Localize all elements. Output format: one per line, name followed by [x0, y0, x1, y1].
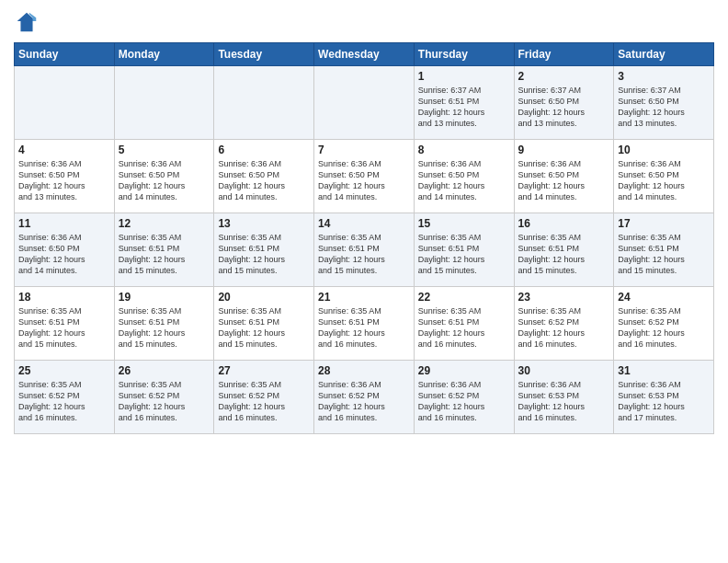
calendar-week-row: 1Sunrise: 6:37 AM Sunset: 6:51 PM Daylig…: [15, 66, 714, 140]
day-number: 9: [518, 144, 610, 156]
calendar-cell: 14Sunrise: 6:35 AM Sunset: 6:51 PM Dayli…: [314, 213, 415, 287]
day-number: 29: [418, 364, 510, 377]
calendar-cell: [314, 66, 415, 140]
day-number: 5: [119, 144, 210, 156]
calendar-cell: 27Sunrise: 6:35 AM Sunset: 6:52 PM Dayli…: [214, 361, 314, 434]
calendar-cell: 25Sunrise: 6:35 AM Sunset: 6:52 PM Dayli…: [15, 361, 115, 434]
calendar-cell: 1Sunrise: 6:37 AM Sunset: 6:51 PM Daylig…: [414, 66, 514, 140]
day-info: Sunrise: 6:35 AM Sunset: 6:51 PM Dayligh…: [318, 305, 410, 350]
weekday-header-monday: Monday: [114, 43, 214, 66]
weekday-header-thursday: Thursday: [414, 43, 514, 66]
page-container: SundayMondayTuesdayWednesdayThursdayFrid…: [0, 0, 728, 443]
day-number: 30: [518, 364, 610, 377]
day-info: Sunrise: 6:36 AM Sunset: 6:50 PM Dayligh…: [18, 158, 110, 203]
day-info: Sunrise: 6:36 AM Sunset: 6:52 PM Dayligh…: [318, 379, 410, 424]
calendar-week-row: 18Sunrise: 6:35 AM Sunset: 6:51 PM Dayli…: [15, 287, 714, 361]
calendar-cell: [15, 66, 115, 140]
day-info: Sunrise: 6:35 AM Sunset: 6:51 PM Dayligh…: [18, 305, 110, 350]
day-number: 14: [318, 217, 410, 230]
day-info: Sunrise: 6:36 AM Sunset: 6:50 PM Dayligh…: [119, 158, 210, 203]
day-info: Sunrise: 6:35 AM Sunset: 6:52 PM Dayligh…: [218, 379, 310, 424]
calendar-cell: 11Sunrise: 6:36 AM Sunset: 6:50 PM Dayli…: [15, 213, 115, 287]
weekday-header-saturday: Saturday: [614, 43, 714, 66]
day-number: 1: [418, 70, 510, 83]
day-number: 23: [518, 291, 610, 304]
calendar-cell: [214, 66, 314, 140]
day-number: 12: [119, 217, 210, 230]
day-number: 15: [418, 217, 510, 230]
weekday-header-friday: Friday: [514, 43, 614, 66]
day-number: 18: [18, 291, 110, 304]
day-number: 24: [618, 291, 710, 304]
day-info: Sunrise: 6:37 AM Sunset: 6:50 PM Dayligh…: [618, 85, 710, 130]
day-number: 20: [218, 291, 310, 304]
day-number: 13: [218, 217, 310, 230]
calendar-cell: 20Sunrise: 6:35 AM Sunset: 6:51 PM Dayli…: [214, 287, 314, 361]
calendar-cell: 31Sunrise: 6:36 AM Sunset: 6:53 PM Dayli…: [614, 361, 714, 434]
calendar-cell: 4Sunrise: 6:36 AM Sunset: 6:50 PM Daylig…: [15, 140, 115, 213]
calendar-cell: 29Sunrise: 6:36 AM Sunset: 6:52 PM Dayli…: [414, 361, 514, 434]
weekday-header-wednesday: Wednesday: [314, 43, 415, 66]
calendar-cell: 7Sunrise: 6:36 AM Sunset: 6:50 PM Daylig…: [314, 140, 415, 213]
day-number: 17: [618, 217, 710, 230]
day-info: Sunrise: 6:35 AM Sunset: 6:52 PM Dayligh…: [518, 305, 610, 350]
day-info: Sunrise: 6:35 AM Sunset: 6:52 PM Dayligh…: [119, 379, 210, 424]
calendar-week-row: 4Sunrise: 6:36 AM Sunset: 6:50 PM Daylig…: [15, 140, 714, 213]
calendar-cell: 2Sunrise: 6:37 AM Sunset: 6:50 PM Daylig…: [514, 66, 614, 140]
day-number: 27: [218, 364, 310, 377]
calendar-cell: 3Sunrise: 6:37 AM Sunset: 6:50 PM Daylig…: [614, 66, 714, 140]
calendar-cell: 17Sunrise: 6:35 AM Sunset: 6:51 PM Dayli…: [614, 213, 714, 287]
day-info: Sunrise: 6:35 AM Sunset: 6:51 PM Dayligh…: [218, 232, 310, 277]
day-number: 21: [318, 291, 410, 304]
day-number: 6: [218, 144, 310, 156]
weekday-header-sunday: Sunday: [15, 43, 115, 66]
logo-icon: [14, 9, 40, 35]
calendar-cell: 26Sunrise: 6:35 AM Sunset: 6:52 PM Dayli…: [114, 361, 214, 434]
weekday-header-tuesday: Tuesday: [214, 43, 314, 66]
calendar-cell: 12Sunrise: 6:35 AM Sunset: 6:51 PM Dayli…: [114, 213, 214, 287]
calendar-cell: [114, 66, 214, 140]
calendar-cell: 10Sunrise: 6:36 AM Sunset: 6:50 PM Dayli…: [614, 140, 714, 213]
day-number: 28: [318, 364, 410, 377]
day-info: Sunrise: 6:36 AM Sunset: 6:50 PM Dayligh…: [518, 158, 610, 203]
logo: [14, 9, 43, 35]
day-info: Sunrise: 6:36 AM Sunset: 6:53 PM Dayligh…: [518, 379, 610, 424]
calendar-table: SundayMondayTuesdayWednesdayThursdayFrid…: [14, 42, 714, 434]
day-number: 2: [518, 70, 610, 83]
day-number: 31: [618, 364, 710, 377]
calendar-cell: 19Sunrise: 6:35 AM Sunset: 6:51 PM Dayli…: [114, 287, 214, 361]
day-number: 16: [518, 217, 610, 230]
day-info: Sunrise: 6:35 AM Sunset: 6:52 PM Dayligh…: [618, 305, 710, 350]
day-number: 11: [18, 217, 110, 230]
calendar-week-row: 11Sunrise: 6:36 AM Sunset: 6:50 PM Dayli…: [15, 213, 714, 287]
day-number: 25: [18, 364, 110, 377]
weekday-header-row: SundayMondayTuesdayWednesdayThursdayFrid…: [15, 43, 714, 66]
day-info: Sunrise: 6:35 AM Sunset: 6:51 PM Dayligh…: [218, 305, 310, 350]
calendar-cell: 28Sunrise: 6:36 AM Sunset: 6:52 PM Dayli…: [314, 361, 415, 434]
day-info: Sunrise: 6:37 AM Sunset: 6:50 PM Dayligh…: [518, 85, 610, 130]
calendar-cell: 13Sunrise: 6:35 AM Sunset: 6:51 PM Dayli…: [214, 213, 314, 287]
svg-marker-0: [17, 13, 37, 32]
day-info: Sunrise: 6:35 AM Sunset: 6:51 PM Dayligh…: [618, 232, 710, 277]
day-number: 19: [119, 291, 210, 304]
calendar-cell: 5Sunrise: 6:36 AM Sunset: 6:50 PM Daylig…: [114, 140, 214, 213]
day-number: 26: [119, 364, 210, 377]
day-info: Sunrise: 6:35 AM Sunset: 6:52 PM Dayligh…: [18, 379, 110, 424]
day-info: Sunrise: 6:36 AM Sunset: 6:50 PM Dayligh…: [18, 232, 110, 277]
day-number: 22: [418, 291, 510, 304]
day-number: 3: [618, 70, 710, 83]
calendar-cell: 23Sunrise: 6:35 AM Sunset: 6:52 PM Dayli…: [514, 287, 614, 361]
calendar-cell: 22Sunrise: 6:35 AM Sunset: 6:51 PM Dayli…: [414, 287, 514, 361]
day-number: 10: [618, 144, 710, 156]
day-info: Sunrise: 6:35 AM Sunset: 6:51 PM Dayligh…: [318, 232, 410, 277]
calendar-cell: 24Sunrise: 6:35 AM Sunset: 6:52 PM Dayli…: [614, 287, 714, 361]
day-info: Sunrise: 6:36 AM Sunset: 6:50 PM Dayligh…: [318, 158, 410, 203]
day-number: 8: [418, 144, 510, 156]
calendar-cell: 15Sunrise: 6:35 AM Sunset: 6:51 PM Dayli…: [414, 213, 514, 287]
header: [14, 9, 714, 35]
calendar-cell: 6Sunrise: 6:36 AM Sunset: 6:50 PM Daylig…: [214, 140, 314, 213]
calendar-cell: 21Sunrise: 6:35 AM Sunset: 6:51 PM Dayli…: [314, 287, 415, 361]
day-info: Sunrise: 6:36 AM Sunset: 6:50 PM Dayligh…: [418, 158, 510, 203]
day-number: 4: [18, 144, 110, 156]
day-info: Sunrise: 6:36 AM Sunset: 6:52 PM Dayligh…: [418, 379, 510, 424]
